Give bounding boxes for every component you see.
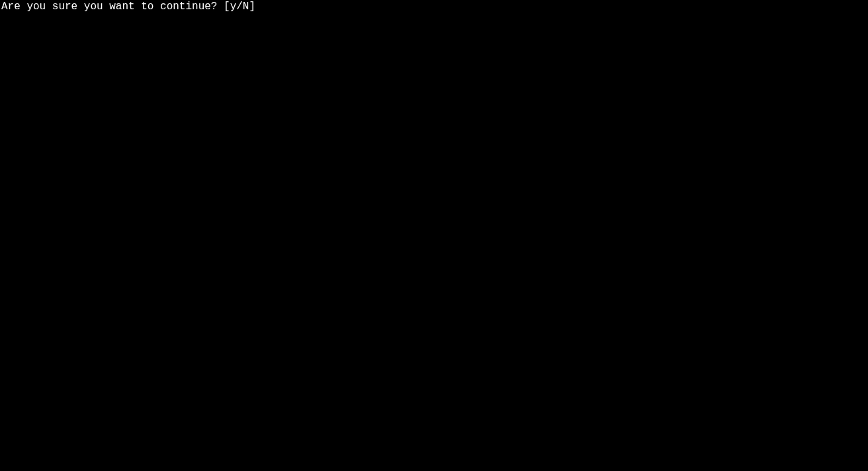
terminal-window[interactable]: Are you sure you want to continue? [y/N] bbox=[0, 0, 868, 471]
confirmation-prompt: Are you sure you want to continue? [y/N] bbox=[1, 1, 262, 13]
